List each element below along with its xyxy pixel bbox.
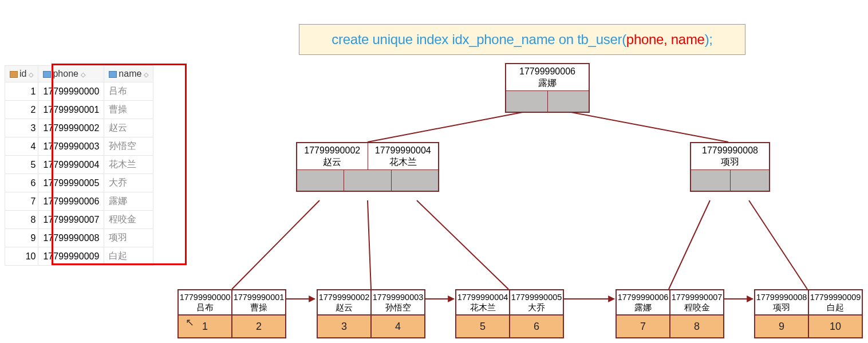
- leaf-key: 17799990002赵云: [317, 289, 371, 316]
- leaf-ptr: 8: [670, 316, 724, 338]
- ptr-slot: [691, 170, 731, 191]
- svg-line-5: [669, 200, 710, 289]
- cell-name: 项羽: [104, 229, 153, 247]
- table-row: 917799990008项羽: [5, 229, 153, 247]
- cell-phone: 17799990007: [38, 211, 104, 229]
- leaf-key: 17799990001曹操: [232, 289, 286, 316]
- key-icon: [10, 71, 18, 78]
- sql-text-part3: );: [705, 31, 713, 48]
- mid-key-name: 花木兰: [389, 157, 417, 167]
- cell-phone: 17799990002: [38, 119, 104, 137]
- col-header-name: name◇: [104, 66, 153, 82]
- leaf-key: 17799990003孙悟空: [371, 289, 425, 316]
- cell-id: 8: [5, 211, 38, 229]
- mid-key-phone: 17799990002: [304, 145, 360, 155]
- ptr-slot: [731, 170, 770, 191]
- leaf-key: 17799990000吕布: [177, 289, 232, 316]
- header-id-label: id: [19, 69, 26, 78]
- sort-icon: ◇: [144, 71, 148, 78]
- cell-name: 赵云: [104, 119, 153, 137]
- cell-id: 4: [5, 137, 38, 156]
- svg-line-6: [749, 200, 807, 289]
- mid-key-name: 赵云: [323, 157, 341, 167]
- tree-mid-right-node: 17799990008项羽: [690, 142, 770, 192]
- ptr-slot: [506, 91, 548, 112]
- ptr-slot: [297, 170, 344, 191]
- leaf-key: 17799990006露娜: [616, 289, 670, 316]
- sql-text-part1: create unique index idx_phone_name on tb…: [332, 31, 626, 48]
- svg-line-3: [368, 200, 371, 289]
- tree-leaf-node: 17799990006露娜17799990007程咬金78: [616, 289, 724, 338]
- tree-root-node: 17799990006 露娜: [505, 63, 590, 113]
- table-row: 217799990001曹操: [5, 101, 153, 119]
- table-row: 317799990002赵云: [5, 119, 153, 137]
- cell-phone: 17799990005: [38, 174, 104, 192]
- tree-mid-left-node: 17799990002赵云 17799990004花木兰: [296, 142, 439, 192]
- leaf-ptr: 7: [616, 316, 670, 338]
- ptr-slot: [548, 91, 589, 112]
- tree-leaf-node: 17799990004花木兰17799990005大乔56: [455, 289, 564, 338]
- svg-line-2: [232, 200, 319, 289]
- leaf-ptr: 2: [232, 316, 286, 338]
- table-row: 1017799990009白起: [5, 247, 153, 266]
- tree-leaf-node: 17799990000吕布17799990001曹操12: [177, 289, 286, 338]
- table-row: 117799990000吕布: [5, 82, 153, 101]
- cell-id: 6: [5, 174, 38, 192]
- cell-phone: 17799990001: [38, 101, 104, 119]
- cell-phone: 17799990004: [38, 156, 104, 174]
- leaf-ptr: 3: [317, 316, 371, 338]
- cell-phone: 17799990006: [38, 192, 104, 211]
- svg-line-0: [368, 112, 526, 142]
- cell-name: 吕布: [104, 82, 153, 101]
- cell-id: 9: [5, 229, 38, 247]
- root-name: 露娜: [538, 78, 557, 88]
- cell-name: 大乔: [104, 174, 153, 192]
- tree-leaf-node: 17799990002赵云17799990003孙悟空34: [317, 289, 425, 338]
- leaf-ptr: 10: [808, 316, 863, 338]
- cursor-icon: ↖: [186, 316, 194, 329]
- leaf-key: 17799990009白起: [808, 289, 863, 316]
- column-icon: [109, 71, 117, 78]
- ptr-slot: [392, 170, 438, 191]
- cell-phone: 17799990000: [38, 82, 104, 101]
- leaf-ptr: 6: [510, 316, 564, 338]
- cell-name: 白起: [104, 247, 153, 266]
- leaf-key: 17799990007程咬金: [670, 289, 724, 316]
- col-header-id: id◇: [5, 66, 38, 82]
- leaf-key: 17799990004花木兰: [455, 289, 510, 316]
- cell-id: 2: [5, 101, 38, 119]
- sql-statement: create unique index idx_phone_name on tb…: [299, 24, 745, 55]
- col-header-phone: phone◇: [38, 66, 104, 82]
- cell-name: 孙悟空: [104, 137, 153, 156]
- ptr-slot: [344, 170, 391, 191]
- cell-name: 露娜: [104, 192, 153, 211]
- column-icon: [43, 71, 51, 78]
- sort-icon: ◇: [81, 71, 85, 78]
- cell-id: 3: [5, 119, 38, 137]
- table-row: 617799990005大乔: [5, 174, 153, 192]
- cell-phone: 17799990003: [38, 137, 104, 156]
- data-table-body: 117799990000吕布217799990001曹操317799990002…: [5, 82, 153, 266]
- cell-name: 曹操: [104, 101, 153, 119]
- cell-id: 7: [5, 192, 38, 211]
- table-row: 417799990003孙悟空: [5, 137, 153, 156]
- cell-name: 程咬金: [104, 211, 153, 229]
- header-name-label: name: [119, 69, 141, 78]
- root-phone: 17799990006: [519, 66, 575, 76]
- cell-id: 5: [5, 156, 38, 174]
- leaf-key: 17799990008项羽: [754, 289, 808, 316]
- cell-phone: 17799990009: [38, 247, 104, 266]
- header-phone-label: phone: [53, 69, 78, 78]
- cell-id: 10: [5, 247, 38, 266]
- leaf-ptr: 5: [455, 316, 510, 338]
- cell-id: 1: [5, 82, 38, 101]
- table-row: 817799990007程咬金: [5, 211, 153, 229]
- leaf-ptr: 9: [754, 316, 808, 338]
- leaf-ptr: 4: [371, 316, 425, 338]
- data-table: id◇ phone◇ name◇ 117799990000吕布217799990…: [5, 65, 153, 266]
- cell-phone: 17799990008: [38, 229, 104, 247]
- svg-line-4: [417, 200, 508, 289]
- table-row: 717799990006露娜: [5, 192, 153, 211]
- table-row: 517799990004花木兰: [5, 156, 153, 174]
- mid-key-phone: 17799990008: [702, 145, 758, 155]
